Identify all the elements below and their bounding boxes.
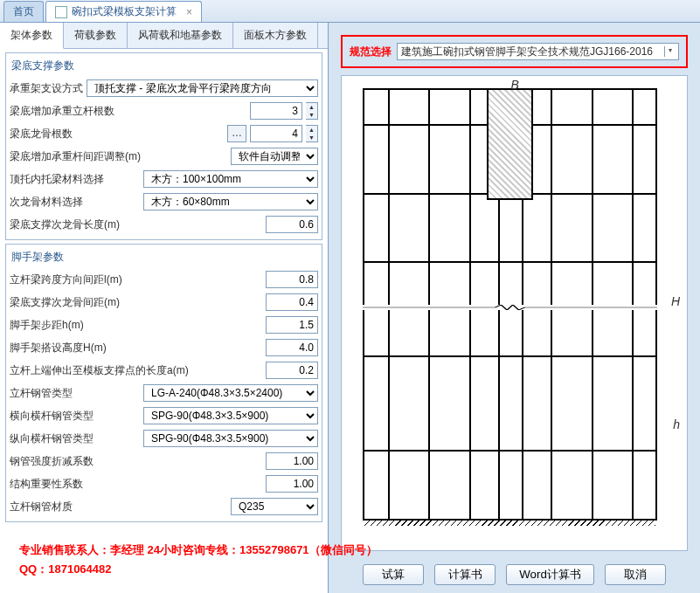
add-post-count[interactable] bbox=[250, 102, 302, 120]
subtab-wind[interactable]: 风荷载和地基参数 bbox=[128, 23, 233, 48]
keel-count[interactable] bbox=[250, 125, 302, 142]
diagram bbox=[363, 88, 657, 521]
group-beam-support: 梁底支撑参数 承重架支设方式 顶托支撑 - 梁底次龙骨平行梁跨度方向 梁底增加承… bbox=[5, 52, 322, 240]
support-method-select[interactable]: 顶托支撑 - 梁底次龙骨平行梁跨度方向 bbox=[87, 79, 318, 97]
group-scaffold: 脚手架参数 立杆梁跨度方向间距l(m) 梁底支撑次龙骨间距(m) 脚手架步距h(… bbox=[5, 244, 322, 522]
horiz-tube-type-select[interactable]: SPG-90(Φ48.3×3.5×900) bbox=[143, 407, 318, 424]
more-button[interactable]: … bbox=[227, 125, 246, 142]
spec-select[interactable]: 建筑施工碗扣式钢管脚手架安全技术规范JGJ166-2016▾ bbox=[397, 43, 679, 60]
group-title: 脚手架参数 bbox=[10, 248, 318, 268]
word-calc-button[interactable]: Word计算书 bbox=[506, 564, 594, 585]
subtab-load[interactable]: 荷载参数 bbox=[64, 23, 128, 48]
subtab-panel[interactable]: 面板木方参数 bbox=[233, 23, 318, 48]
step-h[interactable] bbox=[266, 316, 318, 334]
dim-H: H bbox=[671, 294, 680, 308]
tab-doc[interactable]: 碗扣式梁模板支架计算 × bbox=[45, 1, 202, 22]
spinner[interactable]: ▲▼ bbox=[306, 125, 318, 142]
button-bar: 试算 计算书 Word计算书 取消 bbox=[341, 556, 688, 593]
diagram-box: B H h bbox=[341, 75, 688, 551]
dim-h: h bbox=[673, 417, 680, 431]
subtabs: 架体参数 荷载参数 风荷载和地基参数 面板木方参数 bbox=[0, 23, 328, 49]
top-beam-material-select[interactable]: 木方：100×100mm bbox=[143, 170, 318, 188]
steel-material-select[interactable]: Q235 bbox=[231, 498, 318, 515]
spec-bar: 规范选择 建筑施工碗扣式钢管脚手架安全技术规范JGJ166-2016▾ bbox=[341, 35, 688, 68]
top-extend-a[interactable] bbox=[266, 362, 318, 379]
calc-button[interactable]: 计算书 bbox=[434, 564, 496, 585]
close-icon[interactable]: × bbox=[186, 6, 192, 18]
cancel-button[interactable]: 取消 bbox=[605, 564, 666, 585]
footer-contact: 专业销售联系人：李经理 24小时咨询专线：13552798671（微信同号） Q… bbox=[19, 541, 378, 579]
tab-home[interactable]: 首页 bbox=[3, 1, 44, 22]
spacing-adjust-select[interactable]: 软件自动调整 bbox=[231, 148, 318, 165]
keel-spacing[interactable] bbox=[266, 293, 318, 311]
ground-hatch bbox=[364, 519, 655, 526]
post-span-spacing[interactable] bbox=[266, 271, 318, 288]
right-panel: 规范选择 建筑施工碗扣式钢管脚手架安全技术规范JGJ166-2016▾ bbox=[329, 23, 700, 593]
strength-factor[interactable] bbox=[266, 452, 318, 470]
beam-section bbox=[487, 88, 533, 200]
post-tube-type-select[interactable]: LG-A-240(Φ48.3×3.5×2400) bbox=[143, 384, 318, 402]
spinner[interactable]: ▲▼ bbox=[306, 102, 318, 120]
subtab-frame[interactable]: 架体参数 bbox=[0, 23, 64, 49]
keel-length[interactable] bbox=[266, 216, 318, 233]
left-panel: 架体参数 荷载参数 风荷载和地基参数 面板木方参数 梁底支撑参数 承重架支设方式… bbox=[0, 23, 329, 593]
importance-factor[interactable] bbox=[266, 475, 318, 493]
vert-tube-type-select[interactable]: SPG-90(Φ48.3×3.5×900) bbox=[143, 430, 318, 447]
chevron-down-icon: ▾ bbox=[664, 46, 675, 57]
height-H[interactable] bbox=[266, 339, 318, 356]
dim-B: B bbox=[511, 78, 519, 92]
secondary-keel-material-select[interactable]: 木方：60×80mm bbox=[143, 193, 318, 210]
document-icon bbox=[55, 6, 67, 18]
tabs-bar: 首页 碗扣式梁模板支架计算 × bbox=[0, 0, 700, 23]
group-title: 梁底支撑参数 bbox=[10, 57, 318, 77]
spec-label: 规范选择 bbox=[350, 45, 392, 59]
